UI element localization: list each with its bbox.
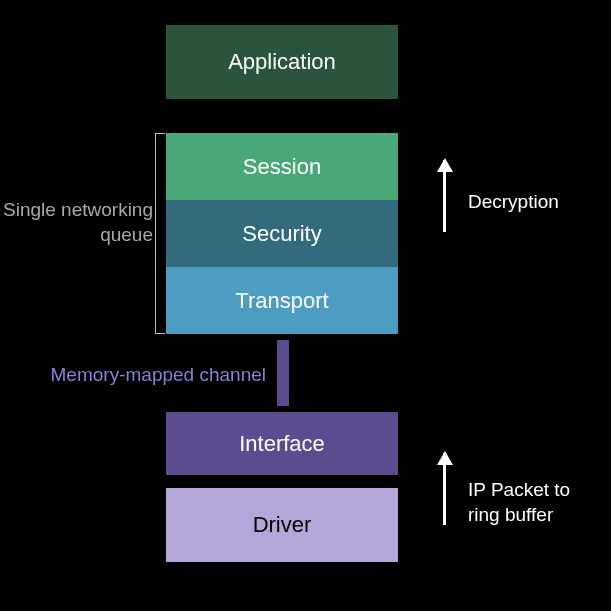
ip-packet-label: IP Packet to ring buffer	[468, 478, 588, 527]
layer-interface: Interface	[166, 412, 398, 475]
queue-bracket	[155, 133, 165, 334]
layer-transport: Transport	[166, 267, 398, 334]
layer-application: Application	[166, 25, 398, 99]
layer-transport-label: Transport	[235, 288, 328, 314]
layer-interface-label: Interface	[239, 431, 325, 457]
queue-label: Single networking queue	[3, 198, 153, 247]
decryption-label: Decryption	[468, 190, 559, 215]
layer-application-label: Application	[228, 49, 336, 75]
layer-security-label: Security	[242, 221, 321, 247]
decryption-arrow-icon	[443, 160, 446, 232]
networking-stack-diagram: Application Session Security Transport S…	[0, 0, 611, 611]
layer-driver: Driver	[166, 488, 398, 562]
memory-mapped-channel-label: Memory-mapped channel	[16, 363, 266, 388]
layer-session: Session	[166, 133, 398, 200]
layer-security: Security	[166, 200, 398, 267]
layer-session-label: Session	[243, 154, 321, 180]
memory-mapped-channel-bar	[277, 340, 289, 406]
layer-driver-label: Driver	[253, 512, 312, 538]
ip-packet-arrow-icon	[443, 453, 446, 525]
